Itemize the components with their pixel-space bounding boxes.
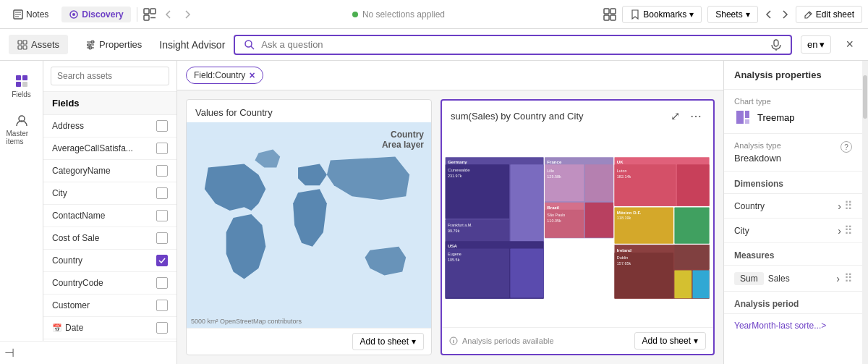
dimension-city-actions: › ⠿ — [838, 224, 852, 237]
field-item-label: Country — [52, 255, 156, 266]
measure-menu[interactable]: ⠿ — [844, 271, 852, 285]
field-checkbox[interactable] — [156, 277, 168, 289]
field-checkbox[interactable] — [156, 232, 168, 244]
more-options-button[interactable]: ⋯ — [687, 108, 705, 124]
top-bar-right: Bookmarks ▾ Sheets ▾ Edit sheet — [603, 6, 862, 23]
grid-icon[interactable] — [603, 8, 616, 21]
right-panel-scrollbar[interactable] — [862, 61, 868, 364]
period-section-header: Analysis period — [724, 292, 862, 314]
search-bar[interactable] — [234, 35, 792, 55]
field-checkbox[interactable] — [156, 300, 168, 311]
field-checkbox[interactable] — [156, 322, 168, 334]
expand-chart-button[interactable]: ⤢ — [668, 108, 683, 124]
field-item[interactable]: Address — [43, 115, 176, 137]
next-sheet-icon[interactable] — [780, 9, 790, 20]
map-container[interactable]: Country Area layer 5000 km² OpenStreetMa… — [187, 122, 431, 328]
discovery-button[interactable]: Discovery — [61, 7, 130, 22]
field-item-label: ContactName — [52, 211, 156, 221]
dimension-city-menu[interactable]: ⠿ — [844, 224, 852, 237]
sidebar-bottom[interactable]: ⊣ — [0, 341, 176, 364]
treemap-chart-card: sum(Sales) by Country and City ⤢ ⋯ Germa… — [441, 99, 715, 355]
field-item[interactable]: ContactName — [43, 205, 176, 227]
field-item[interactable]: City — [43, 182, 176, 205]
notes-label: Notes — [26, 9, 48, 20]
field-item[interactable]: 📅 Date — [43, 317, 176, 339]
analysis-type-help[interactable]: ? — [841, 141, 852, 153]
info-icon — [449, 337, 458, 345]
field-item[interactable]: Cost of Sale — [43, 227, 176, 250]
svg-rect-87 — [745, 111, 749, 118]
microphone-icon[interactable] — [770, 39, 782, 51]
svg-text:São Paulo: São Paulo — [547, 213, 565, 217]
search-assets-input[interactable] — [51, 67, 169, 85]
field-checkbox[interactable] — [156, 143, 168, 154]
chart-type-value: Treemap — [734, 109, 852, 126]
measures-section-header: Measures — [724, 243, 862, 266]
field-checkbox[interactable] — [156, 120, 168, 132]
svg-rect-32 — [22, 82, 27, 87]
period-section[interactable]: YearMonth-last sorte...> — [724, 314, 862, 337]
selection-icon — [143, 8, 156, 21]
svg-rect-31 — [16, 82, 21, 87]
field-checkbox[interactable] — [156, 187, 168, 199]
field-item[interactable]: Country — [43, 250, 176, 272]
dimension-city[interactable]: City › ⠿ — [724, 219, 862, 243]
measure-item[interactable]: Sum Sales › ⠿ — [724, 266, 862, 292]
treemap-add-sheet-button[interactable]: Add to sheet ▾ — [634, 332, 706, 350]
sheets-button[interactable]: Sheets ▾ — [707, 6, 757, 23]
svg-rect-86 — [736, 111, 744, 124]
analysis-type-section: Analysis type ? Breakdown — [724, 134, 862, 172]
field-item[interactable]: CategoryName — [43, 160, 176, 182]
sidebar-tab-fields[interactable]: Fields — [3, 67, 41, 106]
map-add-sheet-button[interactable]: Add to sheet ▾ — [352, 333, 424, 350]
map-chart-body: Country Area layer 5000 km² OpenStreetMa… — [187, 122, 431, 328]
svg-text:Lille: Lille — [547, 169, 554, 173]
svg-rect-6 — [144, 9, 149, 14]
notes-button[interactable]: Notes — [6, 7, 56, 22]
field-item[interactable]: Customer — [43, 295, 176, 317]
svg-rect-13 — [610, 15, 616, 20]
treemap-chart-body[interactable]: Germany Cunewalde 231.97k Frankfurt a.M.… — [442, 129, 713, 327]
dimension-country-menu[interactable]: ⠿ — [844, 199, 852, 213]
svg-rect-11 — [610, 9, 616, 14]
properties-button[interactable]: Properties — [77, 35, 150, 54]
map-credit: 5000 km² OpenStreetMap contributors — [191, 318, 302, 325]
close-button[interactable]: × — [840, 34, 859, 55]
edit-sheet-button[interactable]: Edit sheet — [796, 6, 862, 23]
bookmarks-button[interactable]: Bookmarks ▾ — [622, 6, 702, 23]
forward-icon[interactable] — [181, 8, 194, 21]
dimension-city-expand[interactable]: › — [838, 225, 841, 237]
svg-point-5 — [72, 13, 75, 16]
measure-expand[interactable]: › — [836, 273, 840, 284]
svg-point-25 — [245, 41, 252, 47]
insight-advisor-label: Insight Advisor — [159, 39, 225, 51]
svg-rect-68 — [674, 207, 709, 243]
svg-rect-52 — [585, 164, 613, 201]
field-item[interactable]: CountryCode — [43, 272, 176, 295]
dimension-country[interactable]: Country › ⠿ — [724, 194, 862, 219]
dimension-country-expand[interactable]: › — [838, 200, 841, 212]
field-item[interactable]: AverageCallSatisfa... — [43, 137, 176, 160]
sidebar-tab-master[interactable]: Master items — [3, 106, 41, 153]
language-selector[interactable]: en ▾ — [801, 35, 831, 54]
filter-bar: Field:Country × — [177, 61, 723, 90]
field-checkbox[interactable] — [156, 210, 168, 221]
svg-text:Cunewalde: Cunewalde — [448, 167, 470, 172]
dimensions-section-header: Dimensions — [724, 172, 862, 194]
filter-chip-remove[interactable]: × — [249, 69, 255, 81]
add-sheet-chevron2: ▾ — [694, 336, 698, 346]
svg-text:USA: USA — [448, 243, 457, 248]
master-icon — [14, 113, 29, 127]
scrollbar-thumb[interactable] — [863, 75, 867, 119]
field-item-label: CategoryName — [52, 166, 156, 176]
assets-button[interactable]: Assets — [9, 35, 68, 54]
svg-rect-37 — [446, 164, 509, 219]
prev-sheet-icon[interactable] — [764, 9, 774, 20]
search-input[interactable] — [261, 39, 765, 50]
back-icon[interactable] — [162, 8, 175, 21]
filter-chip[interactable]: Field:Country × — [186, 67, 263, 84]
svg-text:Brazil: Brazil — [547, 205, 559, 210]
field-checkbox[interactable] — [156, 165, 168, 177]
field-checkbox[interactable] — [156, 255, 168, 266]
fields-header: Fields — [43, 92, 176, 115]
